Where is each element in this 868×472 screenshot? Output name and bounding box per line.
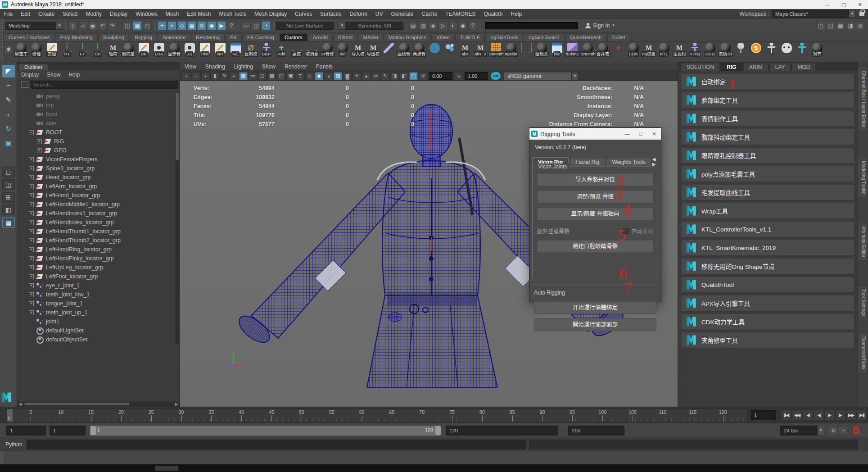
shelf-tool-button[interactable] xyxy=(733,41,748,57)
shelf-tab[interactable]: Motion Graphics xyxy=(384,33,431,41)
shelf-tool-button[interactable]: FT xyxy=(75,41,90,57)
rigging-action-button[interactable]: 开始運行軀體綁定 xyxy=(534,301,656,314)
expand-toggle-icon[interactable]: + xyxy=(29,229,34,234)
undo-redo-icon[interactable]: ↶ xyxy=(98,21,107,30)
tool-button[interactable]: ◤ xyxy=(2,65,15,77)
playback-button[interactable]: ▶▮ xyxy=(857,410,867,421)
shelf-tool-button[interactable]: Add xyxy=(274,41,289,57)
sidebar-toggle-icon[interactable]: ◨ xyxy=(846,21,855,30)
shelf-tab[interactable]: Arnold xyxy=(308,33,333,41)
sidebar-toggle-icon[interactable]: ◱ xyxy=(826,21,835,30)
sidebar-toggle-icon[interactable]: ⊞ xyxy=(856,21,865,30)
construction-history-icon[interactable]: ◫ xyxy=(252,21,261,30)
scroll-right-icon[interactable]: ▶ xyxy=(173,402,180,406)
shelf-tool-button[interactable] xyxy=(427,41,442,57)
outliner-node-row[interactable]: joint1 xyxy=(17,317,180,326)
outliner-node-row[interactable]: persp xyxy=(17,92,180,101)
menu-item[interactable]: Select xyxy=(59,11,81,17)
snap-icon[interactable]: ▶ xyxy=(217,21,226,30)
shelf-tab[interactable]: Sculpting xyxy=(98,33,129,41)
shelf-tool-button[interactable]: abs xyxy=(457,41,473,57)
tool-launcher-button[interactable]: KTL_SmartKinematic_2019 xyxy=(681,240,854,256)
expand-toggle-icon[interactable]: + xyxy=(29,310,34,315)
outliner-node-row[interactable]: front xyxy=(17,110,180,119)
construction-history-icon[interactable]: ▭ xyxy=(242,21,251,30)
command-language-toggle[interactable]: Python xyxy=(0,441,27,448)
menu-item[interactable]: Create xyxy=(34,11,59,17)
workspace-dropdown-arrow[interactable]: ▼ xyxy=(849,10,856,18)
shelf-tab[interactable]: MASH xyxy=(358,33,383,41)
outliner-node-row[interactable]: + teeth_joint_low_1 xyxy=(17,290,180,299)
tab-scroll-arrows-icon[interactable]: ◀ ▶ xyxy=(652,157,660,167)
timeline-ruler[interactable]: 5101520253035404550556065707580859095100… xyxy=(6,408,747,422)
shelf-tool-button[interactable] xyxy=(610,41,626,57)
shelf-tool-button[interactable] xyxy=(442,41,457,57)
tools-panel-tab[interactable]: LAY xyxy=(769,63,791,71)
shelf-tool-button[interactable]: DK xyxy=(136,41,151,57)
snap-icon[interactable]: ⊕ xyxy=(197,21,206,30)
outliner-node-row[interactable]: defaultObjectSet xyxy=(17,335,180,344)
shelf-tab[interactable]: Bifrost xyxy=(333,33,358,41)
outliner-node-row[interactable]: − ROOT xyxy=(17,128,180,137)
shelf-tool-button[interactable]: 驱动关 xyxy=(534,41,549,57)
grip-handle[interactable] xyxy=(0,19,4,32)
menu-item[interactable]: UV xyxy=(371,11,387,17)
outliner-node-row[interactable]: + LeftHandPinky_locator_grp xyxy=(17,254,180,263)
shelf-tool-button[interactable]: bSkin2 xyxy=(565,41,580,57)
render-icon[interactable]: ◐ xyxy=(448,21,457,30)
outliner-node-row[interactable]: + Head_locator_grp xyxy=(17,173,180,182)
symmetry-dropdown-arrow[interactable]: ▼ xyxy=(339,22,346,30)
expand-toggle-icon[interactable]: + xyxy=(29,256,34,261)
playback-end-field[interactable]: 120 xyxy=(446,426,558,436)
tool-launcher-button[interactable]: KTL_ControllerTools_v1.1 xyxy=(681,221,854,237)
shelf-tab[interactable]: TURTLE xyxy=(455,33,485,41)
menu-item[interactable]: Mesh Display xyxy=(250,11,291,17)
tools-panel-tab[interactable]: SOLUTION xyxy=(681,63,720,71)
menu-set-selector[interactable]: Modeling xyxy=(5,22,56,30)
outliner-node-row[interactable]: + LeftHandThumb2_locator_grp xyxy=(17,236,180,245)
outliner-menu-item[interactable]: Help xyxy=(64,72,84,78)
playback-button[interactable]: ◀◀ xyxy=(792,410,802,421)
shelf-tool-button[interactable]: 显示骨 xyxy=(167,41,182,57)
symmetry-field[interactable]: Symmetry: Off xyxy=(346,22,403,30)
tools-panel-tab[interactable]: RIG xyxy=(721,63,742,71)
shelf-tool-button[interactable]: A Rig xyxy=(687,41,702,57)
shelf-tool-button[interactable]: CDK xyxy=(626,41,641,57)
shelf-tool-button[interactable]: CP xyxy=(90,41,105,57)
shelf-tool-button[interactable]: 蒙皮 xyxy=(289,41,304,57)
maximize-button[interactable]: ▢ xyxy=(836,0,852,9)
menu-item[interactable]: TEAMONES xyxy=(441,11,479,17)
expand-toggle-icon[interactable]: + xyxy=(29,193,34,198)
tool-launcher-button[interactable]: 移除无用的Orig Shape节点 xyxy=(681,258,854,274)
outliner-node-row[interactable]: + eye_r_joint_1 xyxy=(17,281,180,290)
shelf-tool-button[interactable] xyxy=(794,41,809,57)
close-button[interactable]: ✕ xyxy=(647,131,661,137)
expand-toggle-icon[interactable]: + xyxy=(29,211,34,216)
expand-toggle-icon[interactable]: + xyxy=(29,220,34,225)
shelf-tool-button[interactable]: 轴向 xyxy=(105,41,121,57)
expand-toggle-icon[interactable]: − xyxy=(29,130,34,135)
tool-button[interactable]: ✎ xyxy=(2,94,15,106)
tool-launcher-button[interactable]: CDK动力学工具 xyxy=(681,313,854,330)
menu-item[interactable]: Cache xyxy=(417,11,441,17)
render-icon[interactable]: ◈ xyxy=(429,21,438,30)
shelf-tool-button[interactable]: 去组 xyxy=(44,41,59,57)
scroll-left-icon[interactable]: ◀ xyxy=(17,402,23,406)
menu-item[interactable]: Generate xyxy=(387,11,417,17)
outliner-menu-item[interactable]: Display xyxy=(17,72,43,78)
outliner-node-row[interactable]: side xyxy=(17,119,180,128)
expand-toggle-icon[interactable]: + xyxy=(29,202,34,207)
layout-button[interactable]: ◧ xyxy=(2,204,15,215)
tool-button[interactable]: ▣ xyxy=(2,137,15,150)
create-mouth-eye-bones-button[interactable]: 創建口腔眼睛骨骼 xyxy=(537,240,653,253)
outliner-node-row[interactable]: + LeftHandMiddle1_locator_grp xyxy=(17,200,180,209)
outliner-node-row[interactable]: defaultLightSet xyxy=(17,326,180,335)
menu-item[interactable]: Mesh Tools xyxy=(215,11,250,17)
shelf-tool-button[interactable]: Hist xyxy=(197,41,212,57)
shelf-tool-button[interactable]: 对齐 xyxy=(809,41,825,57)
expand-toggle-icon[interactable]: + xyxy=(29,301,34,306)
vertical-scrollbar[interactable] xyxy=(175,92,179,344)
expand-toggle-icon[interactable]: + xyxy=(37,139,42,144)
playback-loop-icon[interactable]: ↻ xyxy=(829,426,838,435)
menu-item[interactable]: Display xyxy=(106,11,131,17)
